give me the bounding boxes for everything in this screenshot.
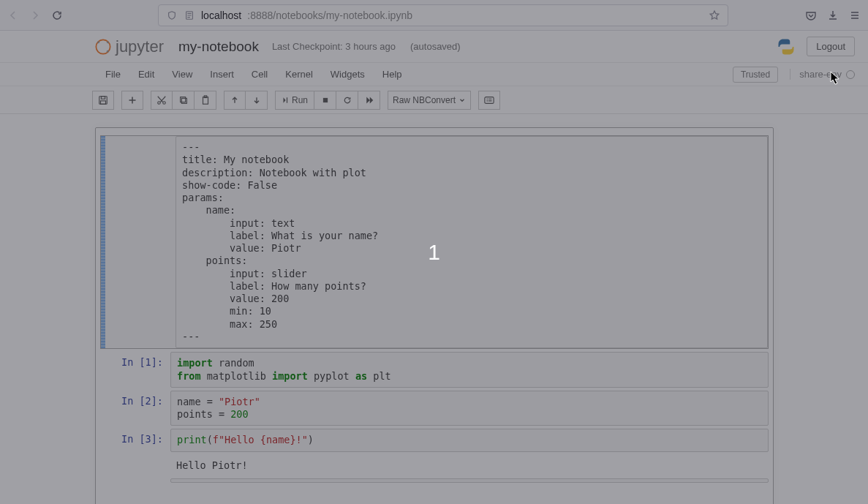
browser-toolbar: localhost:8888/notebooks/my-notebook.ipy… bbox=[0, 0, 868, 31]
cell-raw-0[interactable]: --- title: My notebook description: Note… bbox=[100, 135, 769, 349]
checkpoint-text: Last Checkpoint: 3 hours ago bbox=[272, 41, 396, 52]
jupyter-icon bbox=[95, 39, 111, 55]
cell-code-2[interactable]: In [2]: name = "Piotr" points = 200 bbox=[100, 391, 769, 426]
back-icon[interactable] bbox=[7, 10, 19, 21]
kernel-name-text: share-env bbox=[799, 69, 842, 80]
notebook-title[interactable]: my-notebook bbox=[178, 39, 259, 55]
menu-insert[interactable]: Insert bbox=[201, 66, 243, 83]
svg-rect-11 bbox=[181, 98, 186, 103]
svg-point-9 bbox=[163, 101, 166, 104]
cut-button[interactable] bbox=[151, 91, 173, 110]
svg-rect-6 bbox=[101, 96, 105, 99]
chevron-down-icon bbox=[458, 97, 466, 104]
menu-cell[interactable]: Cell bbox=[243, 66, 276, 83]
move-up-button[interactable] bbox=[224, 91, 246, 110]
jupyter-wordmark: jupyter bbox=[116, 37, 164, 56]
insert-cell-button[interactable] bbox=[121, 91, 143, 110]
svg-rect-15 bbox=[485, 97, 494, 103]
menu-edit[interactable]: Edit bbox=[129, 66, 163, 83]
trusted-badge[interactable]: Trusted bbox=[733, 67, 778, 83]
menu-kernel[interactable]: Kernel bbox=[276, 66, 322, 83]
jupyter-logo[interactable]: jupyter bbox=[95, 37, 164, 56]
menu-widgets[interactable]: Widgets bbox=[322, 66, 374, 83]
url-path: :8888/notebooks/my-notebook.ipynb bbox=[247, 10, 412, 21]
cell-input[interactable]: import random from matplotlib import pyp… bbox=[170, 352, 769, 388]
restart-button[interactable] bbox=[336, 91, 358, 110]
url-host: localhost bbox=[201, 10, 241, 21]
cell-input[interactable]: name = "Piotr" points = 200 bbox=[170, 391, 769, 426]
menu-view[interactable]: View bbox=[163, 66, 201, 83]
svg-point-3 bbox=[107, 41, 109, 43]
cell-type-label: Raw NBConvert bbox=[393, 95, 456, 105]
cell-code-4[interactable] bbox=[100, 478, 769, 483]
cell-prompt bbox=[100, 478, 170, 483]
svg-point-4 bbox=[107, 50, 109, 52]
python-logo-icon bbox=[776, 37, 796, 57]
nav-buttons bbox=[7, 10, 63, 21]
run-button[interactable]: Run bbox=[275, 91, 314, 110]
kernel-name[interactable]: share-env bbox=[790, 69, 855, 80]
hamburger-icon[interactable] bbox=[849, 10, 861, 21]
cell-prompt: In [3]: bbox=[100, 429, 170, 451]
command-palette-button[interactable] bbox=[478, 91, 500, 110]
cell-output: Hello Piotr! bbox=[170, 455, 769, 475]
shield-icon bbox=[166, 10, 178, 21]
copy-button[interactable] bbox=[173, 91, 195, 110]
cell-type-select[interactable]: Raw NBConvert bbox=[388, 91, 471, 110]
logout-button[interactable]: Logout bbox=[807, 37, 855, 56]
cell-prompt: In [1]: bbox=[100, 352, 170, 388]
notebook-header: jupyter my-notebook Last Checkpoint: 3 h… bbox=[0, 31, 868, 63]
cell-code-3[interactable]: In [3]: print(f"Hello {name}!") bbox=[100, 429, 769, 451]
cell-input[interactable]: --- title: My notebook description: Note… bbox=[176, 136, 768, 348]
star-icon[interactable] bbox=[709, 10, 720, 21]
notebook-container: --- title: My notebook description: Note… bbox=[95, 127, 774, 504]
kernel-indicator-icon bbox=[846, 70, 855, 79]
cell-prompt bbox=[105, 136, 176, 348]
paste-button[interactable] bbox=[195, 91, 216, 110]
save-button[interactable] bbox=[92, 91, 114, 110]
svg-rect-7 bbox=[101, 100, 106, 103]
svg-point-8 bbox=[158, 101, 161, 104]
cell-input[interactable]: print(f"Hello {name}!") bbox=[170, 429, 769, 451]
toolbar: Run Raw NBConvert bbox=[0, 86, 868, 114]
reload-icon[interactable] bbox=[51, 10, 63, 21]
cell-prompt: In [2]: bbox=[100, 391, 170, 426]
move-down-button[interactable] bbox=[246, 91, 268, 110]
menu-help[interactable]: Help bbox=[374, 66, 411, 83]
page-icon bbox=[184, 10, 195, 21]
svg-point-2 bbox=[97, 41, 99, 43]
download-icon[interactable] bbox=[827, 10, 839, 21]
cell-input[interactable] bbox=[170, 478, 769, 483]
pocket-icon[interactable] bbox=[805, 10, 817, 21]
url-bar[interactable]: localhost:8888/notebooks/my-notebook.ipy… bbox=[158, 4, 728, 26]
autosaved-text: (autosaved) bbox=[410, 41, 461, 52]
restart-run-all-button[interactable] bbox=[358, 91, 380, 110]
svg-rect-10 bbox=[180, 97, 185, 102]
forward-icon[interactable] bbox=[29, 10, 41, 21]
run-label: Run bbox=[292, 95, 308, 105]
notebook-area[interactable]: --- title: My notebook description: Note… bbox=[0, 114, 868, 504]
menu-file[interactable]: File bbox=[97, 66, 129, 83]
svg-rect-12 bbox=[203, 97, 208, 104]
browser-right-icons bbox=[805, 10, 861, 21]
menu-bar: File Edit View Insert Cell Kernel Widget… bbox=[0, 63, 868, 86]
cell-prompt bbox=[100, 455, 170, 475]
cell-code-1[interactable]: In [1]: import random from matplotlib im… bbox=[100, 352, 769, 388]
interrupt-button[interactable] bbox=[314, 91, 336, 110]
svg-rect-14 bbox=[322, 97, 327, 102]
cell-output-3: Hello Piotr! bbox=[100, 455, 769, 475]
